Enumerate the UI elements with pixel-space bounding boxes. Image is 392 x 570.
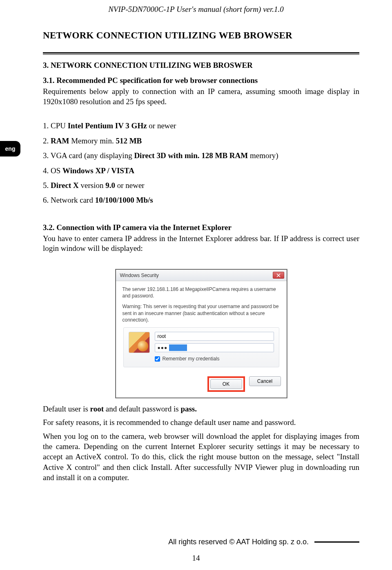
text: Direct 3D with min. 128 MB RAM <box>134 151 248 160</box>
text: and default password is <box>104 405 180 413</box>
text: 6. Network card <box>43 196 95 204</box>
default-credentials-para: Default user is root and default passwor… <box>43 404 359 414</box>
credential-box: ●●●●●●●● Remember my credentials <box>123 327 279 367</box>
text: pass. <box>180 405 197 413</box>
text: 1. CPU <box>43 121 68 130</box>
section-3-1-title: 3.1. Recommended PC specification for we… <box>43 76 359 85</box>
section-3-2-body: You have to enter camera IP address in t… <box>43 234 359 254</box>
text: RAM <box>51 136 69 145</box>
text: version <box>79 181 105 190</box>
text: Intel Pentium IV 3 GHz <box>68 121 147 130</box>
footer: All rights reserved © AAT Holding sp. z … <box>0 538 392 546</box>
user-avatar-icon <box>129 332 150 353</box>
ok-button[interactable]: OK <box>210 379 242 389</box>
cancel-button[interactable]: Cancel <box>249 376 281 386</box>
footer-rule <box>314 541 359 543</box>
windows-security-dialog: Windows Security The server 192.168.1.18… <box>116 269 287 398</box>
text: memory) <box>248 151 278 160</box>
remember-checkbox[interactable] <box>155 356 160 362</box>
password-masked-prefix: ●●● <box>158 344 168 351</box>
spec-item-2: 2. RAM Memory min. 512 MB <box>43 135 359 147</box>
text: root <box>90 405 104 413</box>
activex-para: When you log on to the camera, web brows… <box>43 431 359 483</box>
spec-item-3: 3. VGA card (any displaying Direct 3D wi… <box>43 150 359 162</box>
dialog-title: Windows Security <box>120 273 159 278</box>
text: or newer <box>115 181 145 190</box>
text: Default user is <box>43 405 90 413</box>
text: Memory min. <box>69 136 116 145</box>
language-tab: eng <box>0 141 20 156</box>
dialog-button-row: OK Cancel <box>116 374 287 398</box>
page-number: 14 <box>0 554 392 563</box>
text: or newer <box>147 121 176 130</box>
text: 4. OS <box>43 166 62 175</box>
section-3-2-title: 3.2. Connection with IP camera via the I… <box>43 223 359 232</box>
spec-item-5: 5. Direct X version 9.0 or newer <box>43 179 359 192</box>
text: Direct X <box>51 181 79 190</box>
username-input[interactable] <box>155 332 274 341</box>
section-3-1-body: Requirements below apply to connection w… <box>43 87 359 107</box>
safety-para: For safety reasons, it is recommended to… <box>43 417 359 427</box>
page-title: NETWORK CONNECTION UTILIZING WEB BROWSER <box>43 30 359 41</box>
dialog-message-2: Warning: This server is requesting that … <box>122 303 280 323</box>
text: 3. VGA card (any displaying <box>43 151 134 160</box>
footer-copyright: All rights reserved © AAT Holding sp. z … <box>168 538 309 546</box>
spec-item-1: 1. CPU Intel Pentium IV 3 GHz or newer <box>43 120 359 132</box>
spec-list: 1. CPU Intel Pentium IV 3 GHz or newer 2… <box>43 120 359 206</box>
password-masked-selection: ●●●●● <box>169 344 187 351</box>
close-icon[interactable] <box>273 272 284 279</box>
doc-header-title: NVIP-5DN7000C-1P User's manual (short fo… <box>0 0 392 14</box>
password-input[interactable]: ●●●●●●●● <box>155 343 274 352</box>
text: 512 MB <box>116 136 142 145</box>
remember-label: Remember my credentials <box>163 355 220 362</box>
text: 2. <box>43 136 51 145</box>
text: 10/100/1000 Mb/s <box>95 196 153 204</box>
text: Windows XP / VISTA <box>62 166 134 175</box>
section-3-title: 3. NETWORK CONNECTION UTILIZING WEB BROS… <box>43 61 359 70</box>
spec-item-4: 4. OS Windows XP / VISTA <box>43 165 359 177</box>
dialog-titlebar: Windows Security <box>116 270 287 281</box>
dialog-body: The server 192.168.1.186 at MegapixelIPC… <box>116 281 287 374</box>
text: 5. <box>43 181 51 190</box>
spec-item-6: 6. Network card 10/100/1000 Mb/s <box>43 194 359 206</box>
ok-highlight-box: OK <box>207 376 245 392</box>
remember-credentials-row[interactable]: Remember my credentials <box>155 355 274 362</box>
text: 9.0 <box>105 181 115 190</box>
dialog-message-1: The server 192.168.1.186 at MegapixelIPC… <box>122 286 280 299</box>
title-divider <box>43 52 359 55</box>
